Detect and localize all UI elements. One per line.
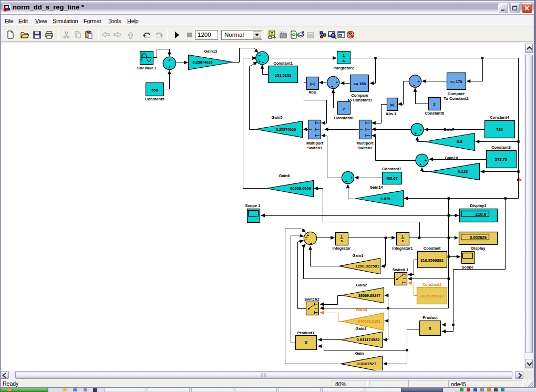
svg-text:-0.8: -0.8 (456, 139, 462, 144)
svg-text:+: + (168, 58, 171, 63)
svg-text:Gain6: Gain6 (279, 173, 290, 178)
svg-text:−: − (331, 84, 334, 89)
svg-text:Multiport: Multiport (306, 141, 324, 146)
svg-text:Sine Wave 1: Sine Wave 1 (137, 66, 156, 70)
svg-text:X: X (429, 326, 432, 331)
svg-text:Compare: Compare (448, 91, 465, 96)
svg-text:s: s (401, 239, 404, 243)
svg-text:+: + (351, 176, 353, 180)
svg-text:+: + (420, 128, 422, 132)
svg-text:+: + (418, 79, 420, 84)
svg-text:0.0107527: 0.0107527 (357, 362, 376, 366)
svg-text:466.67: 466.67 (386, 176, 398, 181)
svg-text:|u|: |u| (390, 102, 395, 107)
svg-text:2: 2 (343, 107, 345, 111)
svg-text:To Constant1: To Constant1 (347, 98, 372, 102)
svg-text:+: + (336, 80, 338, 85)
svg-text:560: 560 (151, 88, 158, 92)
svg-text:Constant8: Constant8 (334, 116, 354, 120)
svg-text:+: + (168, 65, 171, 69)
svg-text:s: s (341, 239, 343, 243)
svg-text:1290.322581: 1290.322581 (356, 264, 379, 269)
svg-text:Constant5: Constant5 (145, 97, 164, 101)
svg-text:Gain3: Gain3 (356, 326, 367, 331)
svg-text:−: − (413, 83, 416, 88)
svg-text:+: + (259, 59, 261, 64)
svg-text:0.002625: 0.002625 (470, 235, 487, 240)
svg-text:Compare: Compare (351, 93, 368, 98)
svg-text:Integrator1: Integrator1 (392, 246, 413, 251)
svg-text:2: 2 (433, 102, 435, 107)
svg-text:Constant4: Constant4 (490, 115, 509, 120)
svg-text:+: + (419, 162, 422, 167)
svg-text:Constant: Constant (424, 246, 441, 251)
svg-text:Display: Display (471, 246, 486, 251)
svg-text:Display3: Display3 (470, 203, 487, 208)
svg-text:1: 1 (341, 234, 343, 239)
svg-text:Constant1: Constant1 (273, 61, 293, 66)
svg-text:0.25974026: 0.25974026 (193, 60, 213, 65)
svg-text:Switch2: Switch2 (357, 146, 372, 150)
svg-text:646460.2151: 646460.2151 (358, 319, 380, 324)
svg-text:Abs 1: Abs 1 (386, 111, 396, 116)
svg-text:0.125: 0.125 (458, 169, 468, 174)
svg-text:210.9: 210.9 (476, 212, 487, 217)
svg-text:Abs: Abs (308, 90, 316, 95)
svg-text:89569.89247: 89569.89247 (358, 293, 380, 298)
svg-text:Gain13: Gain13 (204, 49, 217, 54)
svg-text:+: + (415, 131, 417, 136)
svg-text:−: − (310, 241, 313, 246)
svg-text:Product1: Product1 (297, 331, 315, 335)
svg-text:Scope 1: Scope 1 (245, 203, 261, 208)
svg-text:Multiport: Multiport (356, 141, 374, 146)
svg-text:Gain2: Gain2 (356, 283, 367, 287)
svg-text:Scope: Scope (462, 265, 474, 270)
svg-text:578.75: 578.75 (495, 157, 507, 162)
svg-text:316.9569892: 316.9569892 (420, 258, 444, 263)
svg-text:1: 1 (343, 53, 345, 58)
svg-text:60606.0606: 60606.0606 (290, 186, 311, 191)
svg-text:Y: Y (271, 31, 274, 36)
svg-text:To Constant2: To Constant2 (444, 96, 468, 101)
svg-text:1: 1 (401, 234, 404, 239)
svg-text:Constant6: Constant6 (425, 111, 444, 116)
svg-text:+: + (345, 179, 348, 184)
svg-text:0.631174582: 0.631174582 (357, 337, 380, 342)
svg-text:Switch2: Switch2 (304, 297, 319, 302)
svg-text:Constant7: Constant7 (382, 167, 401, 171)
svg-text:+: + (262, 60, 264, 65)
svg-text:+: + (425, 158, 427, 163)
svg-text:|u|: |u| (310, 81, 315, 86)
svg-text:Constant3: Constant3 (491, 145, 511, 150)
svg-text:Integrator2: Integrator2 (333, 66, 354, 70)
svg-text:X: X (304, 340, 307, 345)
svg-text:0.25974026: 0.25974026 (276, 127, 296, 132)
svg-text:-1075.268817: -1075.268817 (420, 294, 444, 298)
svg-text:Constant2: Constant2 (422, 282, 442, 287)
svg-text:736: 736 (496, 127, 503, 132)
svg-text:Gain1: Gain1 (353, 253, 364, 258)
svg-text:Integrator: Integrator (332, 246, 351, 251)
svg-text:Switch1: Switch1 (307, 146, 322, 150)
svg-text:Switch 1: Switch 1 (393, 267, 408, 272)
svg-text:s: s (343, 58, 345, 63)
svg-text:Product: Product (422, 315, 438, 320)
svg-text:0.875: 0.875 (380, 197, 390, 201)
svg-text:>= 170: >= 170 (450, 79, 462, 84)
svg-text:Gain: Gain (355, 351, 364, 356)
svg-text:151.5152: 151.5152 (275, 73, 291, 78)
svg-text:Gain5: Gain5 (272, 115, 283, 120)
svg-text:>= 150: >= 150 (354, 81, 366, 86)
svg-text:Gain14: Gain14 (369, 185, 383, 190)
